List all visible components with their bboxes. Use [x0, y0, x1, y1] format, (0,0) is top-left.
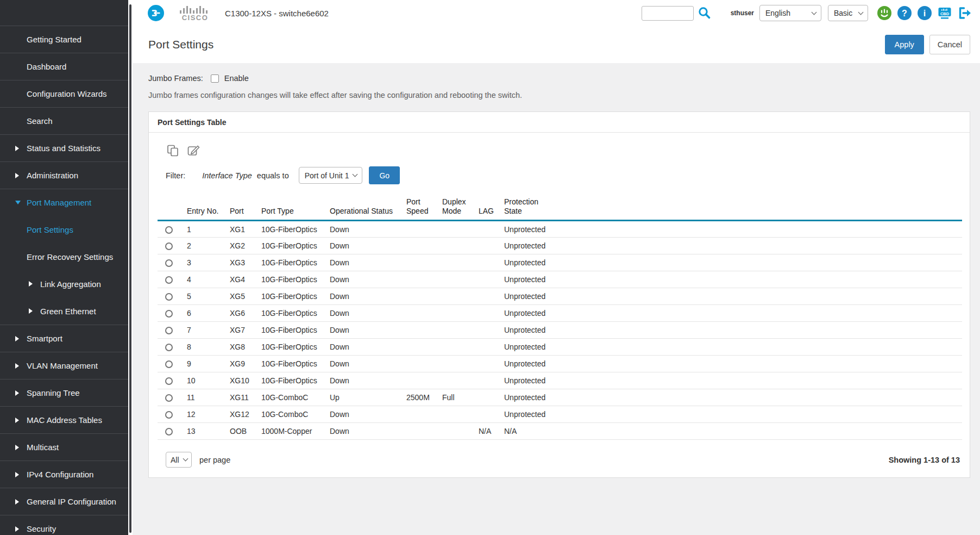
- cell-protection-state: Unprotected: [504, 389, 962, 406]
- table-row: 13OOB1000M-CopperDownN/AN/A: [158, 423, 962, 440]
- sidebar-item-smartport[interactable]: Smartport: [0, 325, 128, 352]
- jumbo-frames-checkbox[interactable]: [211, 74, 219, 83]
- row-select-radio[interactable]: [165, 293, 173, 301]
- cell-duplex-mode: [442, 238, 479, 254]
- copy-settings-icon[interactable]: [166, 144, 180, 158]
- row-select-radio[interactable]: [165, 310, 173, 318]
- display-mode-select-value: Basic: [834, 9, 852, 17]
- cell-duplex-mode: [442, 271, 479, 288]
- row-select-radio[interactable]: [165, 242, 173, 250]
- help-icon[interactable]: ?: [897, 5, 912, 21]
- cell-duplex-mode: [442, 288, 479, 305]
- row-select-radio[interactable]: [165, 344, 173, 351]
- row-select-cell: [158, 305, 187, 322]
- cell-port-speed: [406, 423, 442, 440]
- table-row: 8XG810G-FiberOpticsDownUnprotected: [158, 339, 962, 356]
- cell-port: XG1: [230, 221, 261, 238]
- topbar: CISCO C1300-12XS - switche6e602 sthuser …: [133, 0, 980, 26]
- cell-port-type: 10G-FiberOptics: [261, 238, 330, 254]
- sidebar-item-dashboard[interactable]: Dashboard: [0, 53, 128, 80]
- cell-port-type: 10G-FiberOptics: [261, 221, 330, 238]
- sidebar-item-link-aggregation[interactable]: Link Aggregation: [0, 270, 128, 297]
- chevron-right-icon: [29, 281, 33, 287]
- row-select-radio[interactable]: [165, 226, 173, 234]
- table-header-row: Entry No. Port Port Type Operational Sta…: [158, 194, 962, 221]
- row-select-radio[interactable]: [165, 276, 173, 284]
- sidebar-scrollbar[interactable]: [128, 0, 133, 535]
- sidebar-scrollbar-thumb[interactable]: [129, 4, 131, 533]
- sidebar-item-getting-started[interactable]: Getting Started: [0, 26, 128, 53]
- cell-duplex-mode: [442, 339, 479, 356]
- cell-entry-no: 5: [187, 288, 230, 305]
- cell-port-type: 10G-FiberOptics: [261, 322, 330, 339]
- row-select-radio[interactable]: [165, 360, 173, 368]
- sidebar-item-port-management[interactable]: Port Management: [0, 189, 128, 216]
- sidebar-item-label: Link Aggregation: [40, 279, 101, 289]
- cisco-logo: CISCO: [176, 5, 214, 21]
- sidebar-item-label: Getting Started: [27, 35, 81, 44]
- table-row: 7XG710G-FiberOpticsDownUnprotected: [158, 322, 962, 339]
- chevron-right-icon: [15, 472, 19, 477]
- sidebar-item-general-ip-configuration[interactable]: General IP Configuration: [0, 488, 128, 515]
- table-row: 9XG910G-FiberOpticsDownUnprotected: [158, 356, 962, 372]
- cell-port-type: 10G-FiberOptics: [261, 372, 330, 389]
- jumbo-frames-row: Jumbo Frames: Enable: [148, 74, 970, 83]
- sidebar-item-status-and-statistics[interactable]: Status and Statistics: [0, 134, 128, 161]
- sidebar-item-security[interactable]: Security: [0, 515, 128, 535]
- row-select-cell: [158, 322, 187, 339]
- sidebar-item-mac-address-tables[interactable]: MAC Address Tables: [0, 406, 128, 433]
- sidebar-item-vlan-management[interactable]: VLAN Management: [0, 352, 128, 379]
- cell-port: XG12: [230, 406, 261, 423]
- global-search-input[interactable]: [642, 6, 694, 21]
- apply-button[interactable]: Apply: [885, 35, 924, 54]
- sidebar-item-spanning-tree[interactable]: Spanning Tree: [0, 379, 128, 406]
- cell-port-speed: [406, 271, 442, 288]
- table-row: 3XG310G-FiberOpticsDownUnprotected: [158, 254, 962, 271]
- sidebar-item-administration[interactable]: Administration: [0, 161, 128, 189]
- cbd-icon[interactable]: CBD: [937, 5, 952, 21]
- go-button[interactable]: Go: [369, 166, 400, 184]
- cell-port: XG11: [230, 389, 261, 406]
- per-page-select[interactable]: All: [166, 452, 192, 468]
- cell-entry-no: 1: [187, 221, 230, 238]
- cell-operational-status: Down: [330, 221, 406, 238]
- row-select-radio[interactable]: [165, 411, 173, 419]
- column-header: Entry No.: [187, 194, 230, 221]
- chevron-right-icon: [15, 526, 19, 532]
- header-select-column: [158, 194, 187, 221]
- row-select-radio[interactable]: [165, 259, 173, 267]
- column-header: Duplex Mode: [442, 194, 479, 221]
- search-icon[interactable]: [697, 5, 712, 21]
- cell-operational-status: Down: [330, 406, 406, 423]
- row-select-radio[interactable]: [165, 394, 173, 402]
- interface-type-select[interactable]: Port of Unit 1: [299, 167, 363, 184]
- cell-operational-status: Down: [330, 423, 406, 440]
- language-select[interactable]: English: [759, 5, 821, 21]
- sidebar-item-label: Administration: [27, 171, 78, 180]
- sidebar-item-green-ethernet[interactable]: Green Ethernet: [0, 297, 128, 325]
- sidebar-collapse-icon[interactable]: [148, 5, 164, 21]
- cell-protection-state: Unprotected: [504, 221, 962, 238]
- sidebar-item-ipv4-configuration[interactable]: IPv4 Configuration: [0, 461, 128, 488]
- sidebar-item-label: VLAN Management: [27, 361, 98, 370]
- cell-duplex-mode: [442, 221, 479, 238]
- sidebar-item-port-settings[interactable]: Port Settings: [0, 216, 128, 243]
- info-icon[interactable]: i: [917, 5, 932, 21]
- sidebar-item-search[interactable]: Search: [0, 107, 128, 134]
- sidebar-item-configuration-wizards[interactable]: Configuration Wizards: [0, 80, 128, 107]
- sidebar-item-multicast[interactable]: Multicast: [0, 433, 128, 461]
- cell-entry-no: 13: [187, 423, 230, 440]
- feedback-icon[interactable]: [877, 5, 892, 21]
- logout-icon[interactable]: [957, 5, 972, 21]
- row-select-cell: [158, 254, 187, 271]
- cancel-button[interactable]: Cancel: [929, 35, 970, 54]
- sidebar-item-error-recovery-settings[interactable]: Error Recovery Settings: [0, 243, 128, 270]
- jumbo-frames-enable-label: Enable: [224, 74, 249, 83]
- edit-icon[interactable]: [186, 144, 200, 158]
- row-select-radio[interactable]: [165, 377, 173, 385]
- row-select-radio[interactable]: [165, 327, 173, 334]
- cell-port: XG5: [230, 288, 261, 305]
- row-select-radio[interactable]: [165, 428, 173, 436]
- titlebar-buttons: Apply Cancel: [885, 35, 970, 54]
- display-mode-select[interactable]: Basic: [828, 5, 868, 21]
